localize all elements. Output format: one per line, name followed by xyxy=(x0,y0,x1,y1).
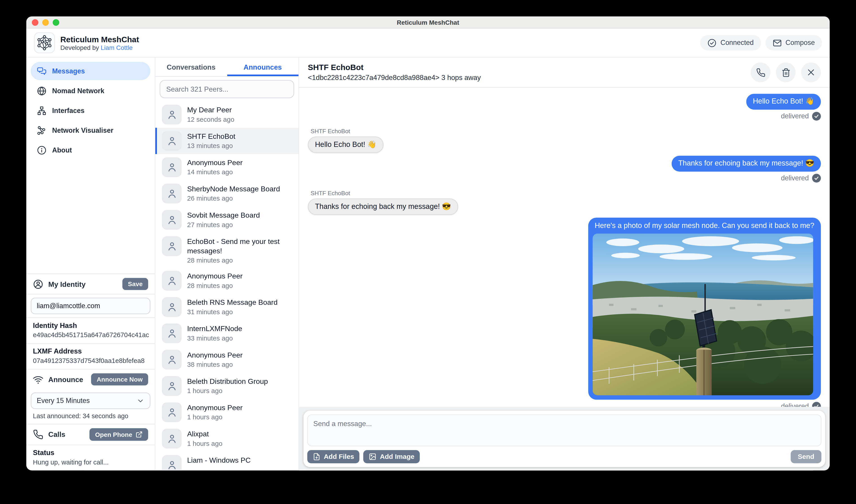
sidebar-item-label: Interfaces xyxy=(52,107,85,114)
sidebar-item-nomad-network[interactable]: Nomad Network xyxy=(31,82,151,100)
peers-tabs: Conversations Announces xyxy=(155,57,298,77)
envelope-icon xyxy=(772,38,782,48)
tab-conversations[interactable]: Conversations xyxy=(155,57,227,76)
save-label: Save xyxy=(128,281,143,287)
peer-time: 1 hours ago xyxy=(187,440,222,448)
close-window-button[interactable] xyxy=(32,19,38,25)
calls-title: Calls xyxy=(48,430,65,439)
peer-avatar xyxy=(162,429,181,449)
peer-name: Beleth Distribution Group xyxy=(187,377,268,386)
message-input[interactable] xyxy=(307,414,821,446)
delivered-label: delivered xyxy=(781,112,809,120)
peer-time: 27 minutes ago xyxy=(187,221,260,229)
chat-bubbles-icon xyxy=(37,66,47,76)
attached-photo[interactable] xyxy=(593,234,813,396)
composer-area: Add Files Add Image Send xyxy=(299,407,829,470)
sidebar: Messages Nomad Network Interfaces xyxy=(26,57,155,470)
close-icon xyxy=(806,68,815,77)
peer-list-item[interactable]: Anonymous Peer 1 hours ago xyxy=(155,399,298,426)
peer-name: Anonymous Peer xyxy=(187,403,243,413)
peer-list-item[interactable]: InternLXMFNode 33 minutes ago xyxy=(155,320,298,346)
outgoing-message[interactable]: Thanks for echoing back my message! 😎 xyxy=(672,156,821,172)
composer-card: Add Files Add Image Send xyxy=(303,411,825,467)
peer-time: 13 minutes ago xyxy=(187,142,235,150)
add-files-button[interactable]: Add Files xyxy=(307,450,360,463)
peer-avatar xyxy=(162,184,181,203)
incoming-message[interactable]: Hello Echo Bot! 👋 xyxy=(308,136,384,153)
sidebar-item-label: Messages xyxy=(52,67,85,75)
peer-name: Alixpat xyxy=(187,429,222,439)
identity-hash-value: e49ac4d5b451715a647a6726704c41ac xyxy=(33,331,148,339)
titlebar[interactable]: Reticulum MeshChat xyxy=(26,16,830,29)
sender-name-label: SHTF EchoBot xyxy=(311,190,458,196)
outgoing-photo-message[interactable]: Here's a photo of my solar mesh node. Ca… xyxy=(588,218,821,400)
peer-name: SherbyNode Message Board xyxy=(187,184,280,194)
image-icon xyxy=(369,453,377,461)
user-circle-icon xyxy=(33,279,43,289)
delivery-status: delivered xyxy=(781,402,821,407)
compose-button[interactable]: Compose xyxy=(765,35,822,50)
peer-list-item[interactable]: Sovbit Message Board 27 minutes ago xyxy=(155,206,298,233)
outgoing-message[interactable]: Hello Echo Bot! 👋 xyxy=(746,94,821,109)
tab-announces[interactable]: Announces xyxy=(227,57,298,76)
add-files-label: Add Files xyxy=(324,453,354,461)
sidebar-item-network-visualiser[interactable]: Network Visualiser xyxy=(31,121,151,139)
peer-list-item[interactable]: Anonymous Peer 14 minutes ago xyxy=(155,154,298,180)
peer-time: 14 minutes ago xyxy=(187,168,243,176)
peer-list-item[interactable]: Beleth Distribution Group 1 hours ago xyxy=(155,373,298,399)
close-conversation-button[interactable] xyxy=(801,62,821,82)
message-list[interactable]: Hello Echo Bot! 👋 delivered SHTF EchoBot… xyxy=(299,88,829,407)
connected-status-button[interactable]: Connected xyxy=(700,35,761,50)
connected-label: Connected xyxy=(720,39,754,47)
peer-list-item[interactable]: Alixpat 1 hours ago xyxy=(155,426,298,452)
sidebar-item-interfaces[interactable]: Interfaces xyxy=(31,102,151,120)
incoming-message[interactable]: Thanks for echoing back my message! 😎 xyxy=(308,198,458,215)
sidebar-item-about[interactable]: About xyxy=(31,141,151,159)
search-peers-input[interactable] xyxy=(160,80,294,98)
external-link-icon xyxy=(136,431,143,438)
send-button[interactable]: Send xyxy=(791,450,821,463)
announce-now-button[interactable]: Announce Now xyxy=(91,373,148,385)
lxmf-address-label: LXMF Address xyxy=(33,347,148,355)
chat-panel: SHTF EchoBot <1dbc2281c4223c7a479de8cd8a… xyxy=(299,57,829,470)
announce-interval-select[interactable]: Every 15 Minutes xyxy=(31,393,151,409)
chat-header: SHTF EchoBot <1dbc2281c4223c7a479de8cd8a… xyxy=(299,57,829,88)
incoming-message-group: SHTF EchoBot Thanks for echoing back my … xyxy=(308,190,458,215)
peer-avatar xyxy=(162,158,181,177)
peer-time: 12 seconds ago xyxy=(187,116,234,123)
status-value: Hung up, waiting for call... xyxy=(33,458,148,466)
peer-list-item[interactable]: Beleth RNS Message Board 31 minutes ago xyxy=(155,294,298,320)
chevron-down-icon xyxy=(137,397,144,404)
peer-list-item[interactable]: SHTF EchoBot 13 minutes ago xyxy=(155,128,298,154)
peer-list-item[interactable]: SherbyNode Message Board 26 minutes ago xyxy=(155,180,298,206)
developer-link[interactable]: Liam Cottle xyxy=(101,44,133,51)
incoming-message-group: SHTF EchoBot Hello Echo Bot! 👋 xyxy=(308,128,384,153)
globe-icon xyxy=(37,86,47,96)
open-phone-button[interactable]: Open Phone xyxy=(90,428,149,441)
peer-name: Sovbit Message Board xyxy=(187,211,260,220)
trash-icon xyxy=(781,68,790,77)
peer-avatar xyxy=(162,402,181,422)
peer-list-item[interactable]: Anonymous Peer 28 minutes ago xyxy=(155,268,298,294)
peer-time: 26 minutes ago xyxy=(187,195,280,202)
zoom-window-button[interactable] xyxy=(53,19,59,25)
peer-time: 28 minutes ago xyxy=(187,257,293,264)
peer-list[interactable]: My Dear Peer 12 seconds ago SHTF EchoBot… xyxy=(155,102,298,470)
peer-list-item[interactable]: My Dear Peer 12 seconds ago xyxy=(155,102,298,128)
add-image-button[interactable]: Add Image xyxy=(364,450,420,463)
call-peer-button[interactable] xyxy=(751,62,770,82)
save-button[interactable]: Save xyxy=(123,278,148,290)
sidebar-item-messages[interactable]: Messages xyxy=(31,62,151,80)
compose-label: Compose xyxy=(785,39,815,47)
peer-name: Anonymous Peer xyxy=(187,350,243,360)
peer-time: 31 minutes ago xyxy=(187,308,278,316)
delete-conversation-button[interactable] xyxy=(776,62,796,82)
peer-list-item[interactable]: Liam - Windows PC xyxy=(155,452,298,470)
minimize-window-button[interactable] xyxy=(42,19,49,25)
delivery-status: delivered xyxy=(781,174,821,182)
peer-avatar xyxy=(162,324,181,343)
peer-list-item[interactable]: EchoBot - Send me your test messages! 28… xyxy=(155,233,298,268)
peer-list-item[interactable]: Anonymous Peer 38 minutes ago xyxy=(155,346,298,373)
display-name-input[interactable] xyxy=(31,298,151,314)
peer-avatar xyxy=(162,271,181,291)
